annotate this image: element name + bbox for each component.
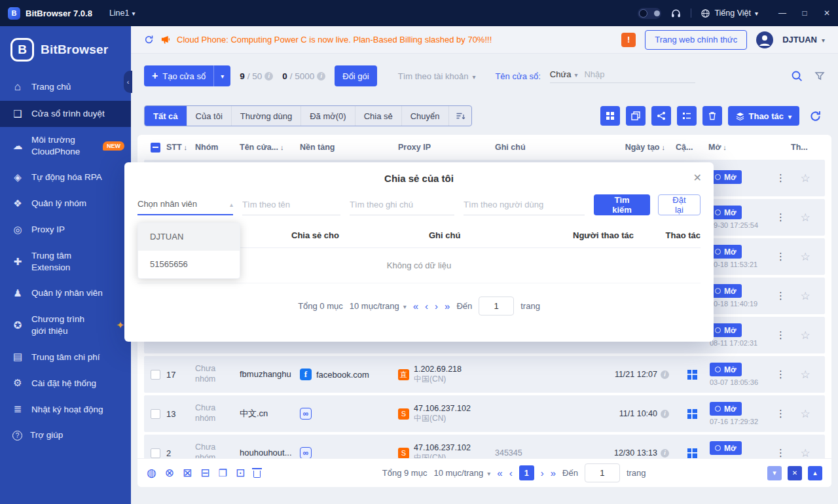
open-button[interactable]: Mở bbox=[710, 402, 742, 416]
open-button[interactable]: Mở bbox=[710, 245, 742, 259]
goto-page-input[interactable] bbox=[585, 463, 620, 482]
row-more-menu[interactable] bbox=[771, 408, 791, 420]
batch-open-all-icon[interactable] bbox=[147, 466, 156, 480]
batch-close-circle-icon[interactable] bbox=[165, 466, 174, 480]
sidebar-collapse-handle[interactable] bbox=[124, 71, 132, 93]
sidebar-item-extension-center[interactable]: Trung tâm Extension bbox=[0, 243, 131, 280]
row-favorite-star[interactable] bbox=[791, 329, 820, 342]
employee-select[interactable]: Chọn nhân viên bbox=[137, 199, 233, 215]
tab-all[interactable]: Tất cả bbox=[145, 106, 187, 126]
tab-mine[interactable]: Của tôi bbox=[187, 106, 232, 126]
sort-icon[interactable] bbox=[449, 106, 471, 126]
refresh-announcement-icon[interactable] bbox=[144, 35, 154, 45]
sidebar-item-rpa[interactable]: Tự động hóa RPA bbox=[0, 164, 131, 190]
header-note[interactable]: Ghi chú bbox=[495, 143, 593, 152]
row-checkbox[interactable] bbox=[151, 370, 160, 380]
match-mode-select[interactable]: Chứa bbox=[550, 69, 578, 79]
dropdown-option[interactable]: DJTUAN bbox=[138, 223, 240, 251]
header-more[interactable]: Th... bbox=[791, 143, 820, 152]
modal-close-icon[interactable] bbox=[693, 171, 702, 184]
last-page-icon[interactable] bbox=[551, 468, 556, 478]
row-favorite-star[interactable] bbox=[791, 211, 820, 225]
trash-icon[interactable] bbox=[702, 106, 722, 126]
info-icon[interactable] bbox=[264, 72, 273, 81]
minimize-button[interactable]: — bbox=[771, 0, 793, 26]
sidebar-item-activity-log[interactable]: Nhật ký hoạt động bbox=[0, 396, 131, 422]
modal-goto-page-input[interactable] bbox=[479, 297, 514, 315]
theme-toggle[interactable] bbox=[638, 8, 661, 19]
current-page[interactable]: 1 bbox=[519, 465, 534, 480]
row-more-menu[interactable] bbox=[771, 211, 791, 223]
sidebar-item-help[interactable]: Trợ giúp bbox=[0, 422, 131, 448]
row-checkbox[interactable] bbox=[151, 409, 160, 419]
row-more-menu[interactable] bbox=[771, 172, 791, 184]
header-stt[interactable]: STT bbox=[166, 143, 195, 152]
sidebar-item-home[interactable]: Trang chủ bbox=[0, 73, 131, 101]
row-favorite-star[interactable] bbox=[791, 368, 820, 382]
info-icon[interactable] bbox=[661, 370, 669, 379]
avatar[interactable] bbox=[756, 31, 773, 48]
create-window-button[interactable]: Tạo cửa sổ bbox=[144, 65, 230, 86]
row-favorite-star[interactable] bbox=[791, 250, 820, 264]
row-more-menu[interactable] bbox=[771, 369, 791, 380]
row-more-menu[interactable] bbox=[771, 251, 791, 262]
collapse-down-icon[interactable] bbox=[767, 466, 782, 480]
maximize-button[interactable]: □ bbox=[793, 0, 816, 26]
window-name-input[interactable] bbox=[584, 69, 695, 79]
next-page-icon[interactable] bbox=[541, 468, 544, 478]
row-more-menu[interactable] bbox=[771, 447, 791, 459]
open-button[interactable]: Mở bbox=[710, 284, 742, 298]
search-icon[interactable] bbox=[791, 70, 803, 82]
sidebar-item-group-management[interactable]: Quản lý nhóm bbox=[0, 190, 131, 217]
header-group[interactable]: Nhóm bbox=[195, 143, 240, 152]
sidebar-item-system-settings[interactable]: Cài đặt hệ thống bbox=[0, 370, 131, 396]
close-windows-icon[interactable] bbox=[788, 466, 802, 480]
header-name[interactable]: Tên cửa... bbox=[240, 143, 300, 152]
modal-prev-page-icon[interactable] bbox=[425, 301, 428, 311]
sidebar-item-proxy-ip[interactable]: Proxy IP bbox=[0, 217, 131, 243]
row-more-menu[interactable] bbox=[771, 329, 791, 341]
info-icon[interactable] bbox=[661, 449, 669, 458]
open-button[interactable]: Mở bbox=[710, 363, 742, 376]
header-open[interactable]: Mở bbox=[708, 143, 771, 152]
first-page-icon[interactable] bbox=[497, 468, 502, 478]
row-favorite-star[interactable] bbox=[791, 407, 820, 421]
filter-funnel-icon[interactable] bbox=[814, 71, 825, 81]
select-all-checkbox[interactable] bbox=[151, 143, 160, 153]
tab-frequent[interactable]: Thường dùng bbox=[232, 106, 301, 126]
sidebar-item-cost-center[interactable]: Trung tâm chi phí bbox=[0, 344, 131, 370]
open-button[interactable]: Mở bbox=[710, 323, 742, 337]
share-icon[interactable] bbox=[651, 106, 671, 126]
tab-shared[interactable]: Chia sẻ bbox=[355, 106, 402, 126]
language-selector[interactable]: Tiếng Việt bbox=[701, 9, 758, 18]
open-button[interactable]: Mở bbox=[710, 170, 742, 184]
detail-list-icon[interactable] bbox=[677, 106, 697, 126]
sidebar-item-staff-management[interactable]: Quản lý nhân viên bbox=[0, 280, 131, 306]
batch-clear-cache-icon[interactable] bbox=[200, 466, 210, 480]
batch-export-icon[interactable] bbox=[236, 466, 245, 480]
line-selector[interactable]: Line1 bbox=[109, 9, 136, 18]
batch-delete-icon[interactable] bbox=[253, 471, 261, 478]
search-by-user-input[interactable] bbox=[464, 200, 585, 215]
open-button[interactable]: Mở bbox=[710, 206, 742, 219]
info-icon[interactable] bbox=[317, 72, 325, 81]
batch-close-window-icon[interactable] bbox=[183, 466, 192, 480]
row-checkbox[interactable] bbox=[151, 448, 160, 458]
search-by-name-input[interactable] bbox=[242, 200, 340, 215]
actions-button[interactable]: Thao tác bbox=[728, 106, 800, 126]
search-by-note-input[interactable] bbox=[350, 200, 454, 215]
view-grid-icon[interactable] bbox=[600, 106, 620, 126]
user-menu[interactable]: DJTUAN bbox=[782, 35, 825, 45]
modal-first-page-icon[interactable] bbox=[413, 301, 418, 311]
sidebar-item-referral-program[interactable]: Chương trình giới thiệu bbox=[0, 306, 131, 344]
official-site-button[interactable]: Trang web chính thức bbox=[645, 30, 747, 50]
close-button[interactable]: ✕ bbox=[816, 0, 838, 26]
modal-last-page-icon[interactable] bbox=[445, 301, 450, 311]
notice-icon[interactable] bbox=[621, 33, 636, 47]
info-icon[interactable] bbox=[661, 410, 669, 418]
sidebar-item-browser-windows[interactable]: Cửa sổ trình duyệt bbox=[0, 101, 131, 127]
dropdown-option[interactable]: 51565656 bbox=[138, 251, 240, 278]
page-size-select[interactable]: 10 mục/trang bbox=[433, 468, 490, 478]
batch-arrange-windows-icon[interactable] bbox=[219, 467, 227, 480]
reset-button[interactable]: Đặt lại bbox=[658, 194, 701, 215]
